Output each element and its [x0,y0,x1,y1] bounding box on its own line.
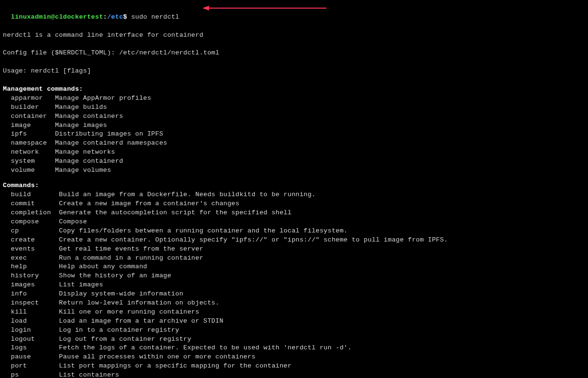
output-line: Usage: nerdctl [flags] [3,67,585,76]
output-line [3,58,585,67]
command-line: completion Generate the autocompletion s… [3,209,585,218]
management-header: Management commands: [3,85,585,94]
command-line: cp Copy files/folders between a running … [3,227,585,236]
management-command-line: volume Manage volumes [3,166,585,175]
command-line: info Display system-wide information [3,290,585,299]
management-command-line: image Manage images [3,121,585,130]
prompt-line[interactable]: linuxadmin@cldockertest:/etc$ sudo nerdc… [3,4,585,31]
management-command-line: network Manage networks [3,148,585,157]
command-line: inspect Return low-level information on … [3,299,585,308]
management-command-line: namespace Manage containerd namespaces [3,139,585,148]
output-line [3,40,585,49]
command-line: compose Compose [3,218,585,227]
command-line: create Create a new container. Optionall… [3,236,585,245]
command-line: exec Run a command in a running containe… [3,254,585,263]
command-line: help Help about any command [3,262,585,272]
command-line: ps List containers [3,371,585,378]
command-line: pause Pause all processes within one or … [3,353,585,362]
command-line: build Build an image from a Dockerfile. … [3,190,585,200]
management-commands-block: apparmor Manage AppArmor profiles builde… [3,94,585,175]
prompt-dollar: $ [123,13,131,21]
command-line: load Load an image from a tar archive or… [3,317,585,326]
management-command-line: ipfs Distributing images on IPFS [3,130,585,139]
commands-block: build Build an image from a Dockerfile. … [3,190,585,378]
command-line: kill Kill one or more running containers [3,308,585,317]
command-line: port List port mappings or a specific ma… [3,362,585,371]
prompt-command: sudo nerdctl [131,13,179,21]
management-command-line: system Manage containerd [3,157,585,166]
command-line: events Get real time events from the ser… [3,245,585,254]
command-line: logs Fetch the logs of a container. Expe… [3,344,585,353]
commands-header: Commands: [3,181,585,190]
management-command-line: builder Manage builds [3,103,585,112]
svg-marker-1 [202,6,209,10]
intro-block: nerdctl is a command line interface for … [3,31,585,85]
command-line: history Show the history of an image [3,272,585,281]
command-line: commit Create a new image from a contain… [3,200,585,209]
management-command-line: apparmor Manage AppArmor profiles [3,94,585,103]
management-command-line: container Manage containers [3,112,585,121]
command-line: login Log in to a container registry [3,326,585,335]
annotation-arrow-icon [202,4,326,12]
blank-line [3,175,585,182]
output-line [3,76,585,85]
output-line: Config file ($NERDCTL_TOML): /etc/nerdct… [3,49,585,58]
command-line: images List images [3,281,585,290]
prompt-user-host: linuxadmin@cldockertest [11,13,103,21]
prompt-path: /etc [107,13,123,21]
output-line: nerdctl is a command line interface for … [3,31,585,40]
command-line: logout Log out from a container registry [3,335,585,344]
